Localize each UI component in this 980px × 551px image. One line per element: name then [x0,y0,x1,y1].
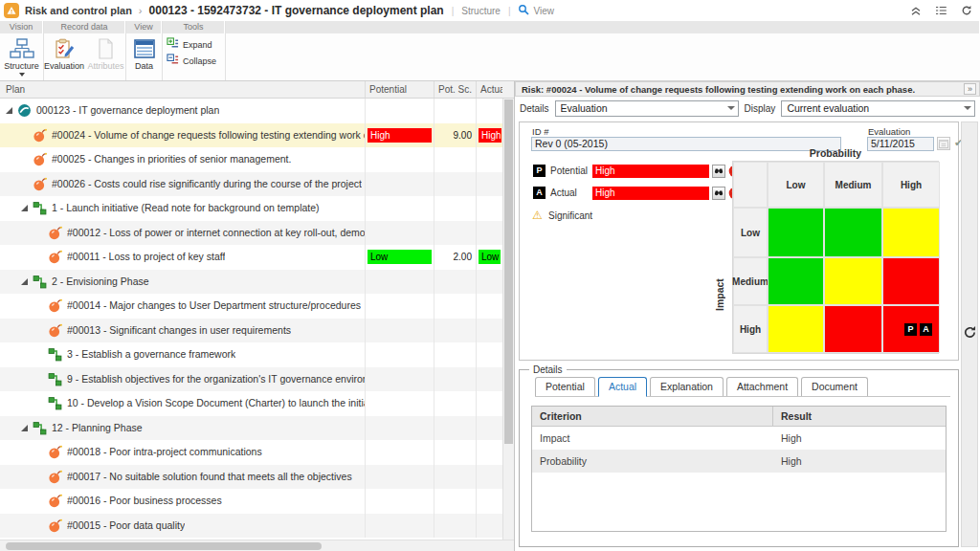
evaluation-date-label: Evaluation [868,126,910,137]
tree-expander-icon[interactable] [21,425,28,431]
phase-steps-icon [33,201,47,215]
expand-button[interactable]: Expand [163,37,216,52]
view-search-link[interactable]: View [518,4,554,17]
tree-item-label: 2 - Envisioning Phase [52,270,149,294]
matrix-cell-red [824,305,882,353]
evaluation-button[interactable]: Evaluation [44,35,84,71]
tree-row[interactable]: 9 - Establish objectives for the organiz… [0,367,502,392]
binoculars-icon[interactable] [712,187,725,200]
risk-bomb-icon [33,177,47,191]
binoculars-icon[interactable] [712,165,725,178]
tree-row[interactable]: #00013 - Significant changes in user req… [0,319,502,343]
column-header-actual[interactable]: Actual [476,81,502,98]
tree-row[interactable]: 000123 - IT governance deployment plan [0,99,502,123]
tree-row[interactable]: #00014 - Major changes to User Departmen… [0,294,502,319]
tree-expander-icon[interactable] [21,278,28,285]
matrix-row-header: High [733,305,768,353]
potential-score-value: 2.00 [434,245,476,270]
divider: | [508,6,511,16]
details-tabs: PotentialActualExplanationAttachmentDocu… [535,377,950,397]
tree-row-selected[interactable]: #00024 - Volume of change requests follo… [0,123,502,148]
tree-row[interactable]: #00018 - Poor intra-project communicatio… [0,440,502,465]
potential-score-value [434,270,476,295]
refresh-icon[interactable] [961,5,972,16]
evaluation-icon [55,37,75,60]
criteria-row[interactable]: ProbabilityHigh [532,450,946,473]
matrix-cell-red: PA [882,305,940,353]
matrix-cell-yellow [768,305,824,353]
tree-row[interactable]: 2 - Envisioning Phase [0,270,502,295]
structure-button[interactable]: Structure [1,35,43,77]
top-bar: Risk and control plan › 000123 - 1592473… [0,0,980,21]
tree-item-label: #00018 - Poor intra-project communicatio… [67,440,262,464]
risk-bomb-icon [48,226,62,240]
potential-score-value: 9.00 [434,123,476,148]
tree-expander-icon[interactable] [21,205,28,211]
view-label: View [533,6,554,16]
tree-item-label: 10 - Develop a Vision Scope Document (Ch… [67,391,365,415]
actual-rating-badge: High [479,128,501,143]
potential-rating-badge: Low [368,250,432,264]
tree-row[interactable]: #00015 - Poor data quality [0,514,502,539]
tree-row[interactable]: #00016 - Poor business processes [0,489,502,514]
matrix-impact-title: Impact [714,237,725,352]
details-dropdown[interactable]: Evaluation [555,100,739,117]
actual-letter-badge: A [533,187,546,199]
matrix-cell-yellow [882,208,940,257]
potential-score-value [434,416,476,441]
column-header-plan[interactable]: Plan [0,81,365,98]
tree-row[interactable]: 12 - Planning Phase [0,416,502,441]
horizontal-scrollbar-thumb[interactable] [6,542,322,550]
display-dropdown[interactable]: Current evaluation [781,100,975,117]
collapse-button-label: Collapse [183,56,216,66]
tree-row[interactable]: #00011 - Loss to project of key staffLow… [0,245,502,270]
criteria-row[interactable]: ImpactHigh [532,427,946,450]
tab-potential[interactable]: Potential [535,377,595,396]
tree-row[interactable]: 10 - Develop a Vision Scope Document (Ch… [0,391,502,416]
tree-row[interactable]: 3 - Establish a governance framework [0,342,502,367]
attributes-button-label: Attributes [88,61,124,71]
actual-rating-label: Actual [550,187,577,198]
breadcrumb-root[interactable]: Risk and control plan [25,5,132,16]
evaluation-button-label: Evaluation [44,61,84,71]
ribbon-group-label: View [126,21,162,33]
risk-bomb-icon [48,298,62,313]
collapse-button[interactable]: Collapse [163,54,220,68]
data-button[interactable]: Data [126,35,162,71]
tab-explanation[interactable]: Explanation [650,377,724,396]
column-header-potential[interactable]: Potential [365,81,434,98]
risk-bomb-icon [48,470,62,484]
main-area: Plan Potential Pot. Sc. Actual 000123 - … [0,81,980,551]
tree-row[interactable]: #00025 - Changes in priorities of senior… [0,147,502,172]
ribbon-group-label: Vision [0,21,43,33]
vertical-scrollbar[interactable] [502,99,514,540]
list-view-icon[interactable] [935,5,947,16]
tree-row[interactable]: #00012 - Loss of power or internet conne… [0,221,502,246]
structure-menu-link[interactable]: Structure [461,6,501,16]
tree-item-label: #00014 - Major changes to User Departmen… [67,294,361,318]
refresh-matrix-icon[interactable] [963,325,977,342]
collapse-panel-button[interactable]: » [964,83,976,95]
plan-table-header: Plan Potential Pot. Sc. Actual [0,81,514,99]
chevron-down-icon [19,73,25,77]
potential-score-value [434,147,476,172]
phase-steps-icon [48,347,62,362]
tab-actual[interactable]: Actual [598,377,647,397]
display-dropdown-label: Display [745,103,776,114]
tree-row[interactable]: #00017 - No suitable solution found that… [0,465,502,490]
collapse-ribbon-icon[interactable] [910,5,922,16]
tree-row[interactable]: 1 - Launch initiative (Read note for bac… [0,196,502,221]
plan-panel: Plan Potential Pot. Sc. Actual 000123 - … [0,81,515,551]
tree-item-label: #00013 - Significant changes in user req… [67,319,291,342]
confirm-check-icon[interactable]: ✔ [954,137,961,149]
tab-attachment[interactable]: Attachment [726,377,798,396]
tree-item-label: 9 - Establish objectives for the organiz… [67,367,365,391]
matrix-column-header: Low [768,162,824,208]
horizontal-scrollbar[interactable] [0,540,514,551]
vertical-scrollbar-thumb[interactable] [504,99,513,444]
tree-row[interactable]: #00026 - Costs could rise significantly … [0,172,502,197]
tab-document[interactable]: Document [801,377,868,396]
column-header-pot-sc[interactable]: Pot. Sc. [434,81,476,98]
tree-item-label: #00024 - Volume of change requests follo… [52,123,365,147]
tree-expander-icon[interactable] [6,107,12,114]
